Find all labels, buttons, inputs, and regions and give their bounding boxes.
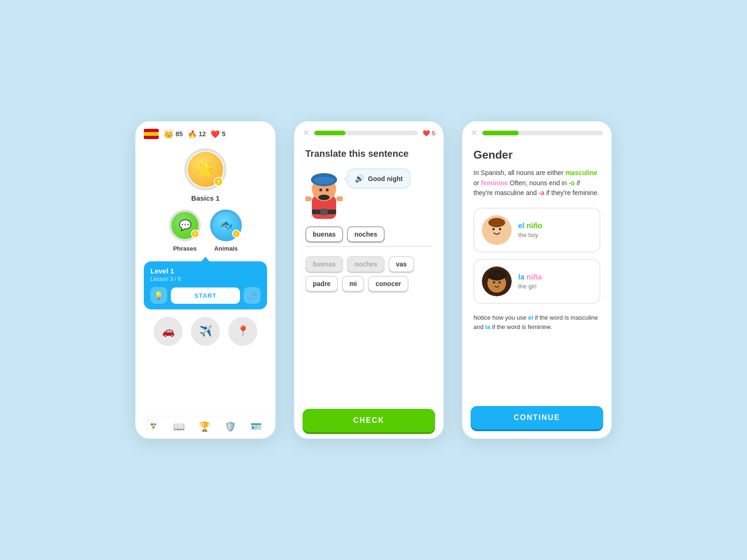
svg-point-20 [487, 269, 506, 280]
progress-bar-s3 [482, 131, 603, 135]
girl-text: la niña the girl [518, 273, 592, 290]
nino-word: niño [527, 222, 543, 230]
animals-label: Animals [214, 245, 238, 252]
word-chip-padre[interactable]: padre [305, 276, 338, 292]
gender-note: Notice how you use el if the word is mas… [473, 313, 600, 332]
progress-fill-s3 [482, 131, 519, 135]
translate-title: Translate this sentence [305, 148, 432, 159]
lightbulb-button[interactable]: 💡 [150, 287, 167, 304]
la-article: la [518, 273, 527, 281]
sub-lessons: 💬 2 Phrases 🐟 1 Animals [169, 210, 242, 252]
speech-bubble: 🔊 Good night [347, 168, 410, 189]
character [305, 168, 343, 215]
screen2-body: Translate this sentence [294, 141, 444, 402]
fire-count: 12 [199, 130, 206, 138]
svg-point-2 [152, 426, 155, 429]
spain-flag-icon [144, 129, 159, 139]
hearts-stat: ❤️ 5 [211, 130, 226, 139]
basics-title: Basics 1 [191, 194, 220, 202]
screen1-header: 👑 85 🔥 12 ❤️ 5 [135, 121, 275, 144]
boy-avatar [482, 215, 512, 245]
girl-translation: the girl [518, 283, 592, 290]
svg-point-10 [326, 189, 329, 191]
svg-rect-13 [336, 196, 343, 201]
hearts-count: 5 [222, 130, 226, 138]
character-speech: 🔊 Good night [305, 168, 432, 215]
locked-3: 📍 [228, 317, 257, 346]
start-button[interactable]: START [171, 287, 240, 304]
placed-word-2[interactable]: noches [347, 226, 385, 242]
boy-avatar-svg [482, 215, 512, 245]
animals-lesson[interactable]: 🐟 1 Animals [210, 210, 242, 252]
phrases-label: Phrases [173, 245, 197, 252]
locked-lessons: 🚗 ✈️ 📍 [154, 317, 257, 346]
boy-translation: the boy [518, 231, 592, 238]
progress-bar [314, 131, 418, 135]
check-button[interactable]: CHECK [303, 409, 435, 432]
fire-stat: 🔥 12 [188, 130, 206, 139]
fire-icon: 🔥 [188, 130, 197, 139]
feminine-text: feminine [481, 179, 508, 187]
speaker-icon[interactable]: 🔊 [355, 174, 364, 183]
gender-title: Gender [473, 148, 600, 161]
profile-nav[interactable]: 🪪 [250, 421, 262, 432]
girl-example: la niña the girl [473, 259, 600, 304]
word-chip-conocer[interactable]: conocer [368, 276, 408, 292]
locked-2: ✈️ [191, 317, 220, 346]
phrases-circle: 💬 2 [169, 210, 201, 241]
level-actions: 💡 START 🗝️ [150, 287, 261, 304]
nina-word: niña [527, 273, 542, 281]
word-options: buenas noches vas padre mi conocer [305, 256, 432, 292]
basics-circle[interactable]: 🌟 5 [184, 148, 226, 190]
character-svg [305, 168, 343, 220]
basics-badge: 5 [214, 177, 223, 186]
home-nav[interactable] [149, 421, 159, 432]
close-button-s3[interactable]: ✕ [471, 129, 478, 137]
boy-example: el niño the boy [473, 208, 600, 252]
continue-button[interactable]: CONTINUE [471, 406, 603, 429]
svg-rect-5 [320, 209, 328, 215]
svg-point-9 [319, 189, 322, 191]
shield-nav[interactable]: 🛡️ [225, 421, 236, 432]
word-chip-buenas[interactable]: buenas [305, 256, 343, 272]
key-button[interactable]: 🗝️ [244, 287, 261, 304]
screen3-footer: CONTINUE [462, 399, 612, 439]
screen3-header: ✕ [462, 121, 612, 141]
svg-point-8 [314, 177, 334, 184]
masculine-text: masculine [565, 169, 597, 176]
animals-circle: 🐟 1 [210, 210, 242, 241]
boy-word: el niño [518, 222, 592, 230]
screen2-header: ✕ ❤️ 5 [294, 121, 444, 141]
screen1-content: 🌟 5 Basics 1 💬 2 Phrases 🐟 1 [135, 144, 275, 416]
trophy-nav[interactable]: 🏆 [199, 421, 211, 432]
screen2-footer: CHECK [294, 402, 444, 439]
crown-icon: 👑 [163, 129, 174, 139]
speech-text: Good night [368, 175, 403, 182]
svg-rect-12 [305, 196, 312, 201]
word-chip-vas[interactable]: vas [388, 256, 414, 272]
el-article: el [518, 222, 527, 230]
svg-point-21 [493, 281, 495, 284]
answer-area[interactable]: buenas noches [305, 226, 432, 247]
o-ending: -o [569, 179, 575, 187]
svg-point-15 [488, 218, 505, 227]
girl-avatar-svg [482, 266, 512, 296]
screen1-footer: 📖 🏆 🛡️ 🪪 [135, 416, 275, 439]
phrases-lesson[interactable]: 💬 2 Phrases [169, 210, 201, 252]
level-sub: Lesson 3 / 8 [150, 276, 261, 282]
word-chip-mi[interactable]: mi [342, 276, 364, 292]
placed-word-1[interactable]: buenas [305, 226, 343, 242]
crown-stat: 👑 85 [163, 129, 183, 139]
screens-container: 👑 85 🔥 12 ❤️ 5 🌟 5 Basics 1 [117, 93, 630, 467]
svg-point-0 [151, 423, 154, 426]
svg-point-16 [493, 228, 495, 231]
svg-point-17 [499, 228, 501, 231]
hearts-display: ❤️ 5 [423, 130, 435, 137]
level-card: Level 1 Lesson 3 / 8 💡 START 🗝️ [144, 261, 267, 309]
animals-badge: 1 [232, 230, 240, 238]
book-nav[interactable]: 📖 [173, 421, 185, 432]
screen1: 👑 85 🔥 12 ❤️ 5 🌟 5 Basics 1 [135, 121, 275, 439]
word-chip-noches[interactable]: noches [347, 256, 385, 272]
close-button[interactable]: ✕ [303, 129, 310, 137]
phrases-badge: 2 [191, 230, 199, 238]
